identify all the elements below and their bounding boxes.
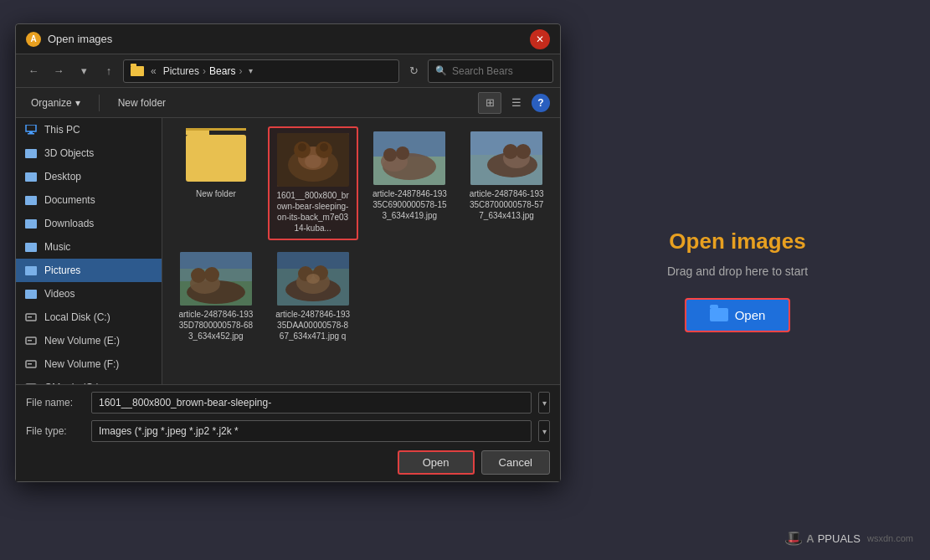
- file-grid: New folder: [171, 126, 552, 347]
- dialog-title: Open images: [48, 33, 530, 45]
- svg-rect-4: [28, 316, 32, 318]
- up-button[interactable]: ↑: [98, 60, 120, 82]
- sidebar-label-videos: Videos: [44, 288, 75, 300]
- forward-icon: →: [54, 64, 64, 77]
- bear2-thumbnail: [373, 131, 445, 185]
- filename-label: File name:: [26, 397, 85, 408]
- music-icon: [24, 240, 38, 254]
- file-name-bear1: 1601__800x800_brown-bear-sleeping-on-its…: [275, 190, 351, 234]
- file-item-bear4[interactable]: article-2487846-19335D7800000578-683_634…: [171, 247, 261, 347]
- sidebar-item-desktop[interactable]: Desktop: [16, 165, 162, 188]
- up-icon: ↑: [106, 64, 112, 77]
- filetype-row: File type: ▾: [26, 420, 550, 442]
- svg-point-25: [383, 148, 397, 162]
- breadcrumb-dropdown-icon[interactable]: ▾: [249, 66, 253, 75]
- refresh-button[interactable]: ↻: [403, 60, 424, 82]
- chevron-down-icon: ▾: [81, 64, 87, 77]
- toolbar-separator: [99, 95, 100, 111]
- pictures-icon: [24, 264, 38, 277]
- dialog-actions: Open Cancel: [26, 450, 550, 475]
- folder-large-icon: [186, 135, 246, 182]
- sidebar-label-new-volume-f: New Volume (F:): [44, 358, 119, 370]
- svg-point-46: [306, 274, 320, 284]
- refresh-icon: ↻: [409, 64, 419, 77]
- sidebar-label-music: Music: [44, 241, 70, 253]
- pc-icon: [24, 123, 38, 136]
- breadcrumb-prefix: «: [151, 65, 157, 77]
- file-item-bear5[interactable]: article-2487846-19335DAA00000578-867_634…: [268, 247, 358, 347]
- organize-arrow-icon: ▾: [75, 97, 80, 109]
- sidebar-label-documents: Documents: [44, 194, 95, 206]
- svg-rect-6: [28, 340, 32, 342]
- grid-view-button[interactable]: ⊞: [478, 92, 501, 114]
- new-folder-label: New folder: [118, 97, 166, 109]
- sidebar-label-downloads: Downloads: [44, 218, 94, 229]
- close-button[interactable]: ✕: [530, 29, 550, 49]
- cancel-button-label: Cancel: [499, 456, 532, 469]
- sidebar-label-pictures: Pictures: [44, 265, 80, 276]
- file-item-new-folder[interactable]: New folder: [171, 126, 261, 240]
- folder-thumbnail: [180, 131, 252, 185]
- sidebar-item-downloads[interactable]: Downloads: [16, 212, 162, 235]
- sidebar-label-3d-objects: 3D Objects: [44, 147, 94, 159]
- file-item-bear3[interactable]: article-2487846-19335C8700000578-577_634…: [461, 126, 552, 240]
- right-panel-open-button[interactable]: Open: [685, 298, 791, 332]
- dialog-titlebar: A Open images ✕: [16, 24, 560, 54]
- desktop-icon: [24, 170, 38, 183]
- sidebar-item-this-pc[interactable]: This PC: [16, 118, 162, 141]
- svg-point-38: [191, 268, 206, 283]
- search-input[interactable]: [452, 65, 546, 77]
- right-panel-subtitle: Drag and drop here to start: [667, 265, 808, 278]
- filetype-label: File type:: [26, 425, 85, 437]
- sidebar-item-documents[interactable]: Documents: [16, 188, 162, 212]
- sidebar-item-gmania-g[interactable]: GMania (G:): [16, 376, 162, 384]
- watermark-url: wsxdn.com: [867, 533, 913, 543]
- filename-dropdown-arrow[interactable]: ▾: [538, 392, 550, 414]
- breadcrumb-folder2[interactable]: Bears: [209, 65, 235, 77]
- filetype-dropdown-arrow[interactable]: ▾: [538, 420, 550, 442]
- videos-icon: [24, 287, 38, 301]
- svg-point-39: [204, 267, 219, 282]
- forward-button[interactable]: →: [48, 60, 69, 82]
- sidebar-item-3d-objects[interactable]: 3D Objects: [16, 141, 162, 165]
- svg-point-19: [298, 143, 306, 152]
- filename-row: File name: ▾: [26, 392, 550, 414]
- file-area: New folder: [162, 118, 560, 384]
- organize-button[interactable]: Organize ▾: [26, 94, 85, 112]
- svg-rect-8: [28, 363, 32, 365]
- sidebar-item-pictures[interactable]: Pictures: [16, 259, 162, 282]
- watermark: 🎩 A PPUALS wsxdn.com: [784, 529, 913, 547]
- bear5-thumbnail: [277, 252, 349, 306]
- open-button[interactable]: Open: [398, 450, 475, 475]
- help-icon: ?: [537, 97, 543, 109]
- list-view-button[interactable]: ☰: [505, 92, 528, 114]
- sidebar-item-new-volume-e[interactable]: New Volume (E:): [16, 329, 162, 352]
- right-panel-title: Open images: [669, 229, 805, 254]
- sidebar-label-this-pc: This PC: [44, 124, 80, 136]
- filename-input[interactable]: [91, 392, 532, 414]
- file-item-bear2[interactable]: article-2487846-19335C6900000578-153_634…: [365, 126, 455, 240]
- dropdown-button[interactable]: ▾: [73, 60, 95, 82]
- dialog-content: This PC 3D Objects Desktop Documents: [16, 118, 560, 384]
- bear1-thumbnail: [277, 133, 349, 187]
- sidebar-item-music[interactable]: Music: [16, 235, 162, 259]
- file-item-bear1[interactable]: 1601__800x800_brown-bear-sleeping-on-its…: [268, 126, 358, 240]
- sidebar-item-videos[interactable]: Videos: [16, 282, 162, 306]
- svg-rect-2: [28, 133, 34, 135]
- organize-label: Organize: [31, 97, 72, 109]
- file-name-bear5: article-2487846-19335DAA00000578-867_634…: [275, 309, 351, 342]
- filetype-input[interactable]: [91, 420, 532, 442]
- cancel-button[interactable]: Cancel: [481, 450, 550, 475]
- sidebar-item-local-disk-c[interactable]: Local Disk (C:): [16, 306, 162, 329]
- new-folder-button[interactable]: New folder: [113, 94, 171, 112]
- dialog-bottom: File name: ▾ File type: ▾ Open Cancel: [16, 384, 560, 481]
- help-button[interactable]: ?: [532, 94, 550, 112]
- breadcrumb-folder1[interactable]: Pictures: [163, 65, 199, 77]
- back-button[interactable]: ←: [23, 60, 44, 82]
- breadcrumb-sep2: ›: [239, 65, 242, 77]
- sidebar-item-new-volume-f[interactable]: New Volume (F:): [16, 352, 162, 376]
- file-name-bear4: article-2487846-19335D7800000578-683_634…: [178, 309, 254, 342]
- breadcrumb[interactable]: « Pictures › Bears › ▾: [123, 59, 399, 83]
- downloads-icon: [24, 217, 38, 230]
- list-view-icon: ☰: [511, 96, 522, 109]
